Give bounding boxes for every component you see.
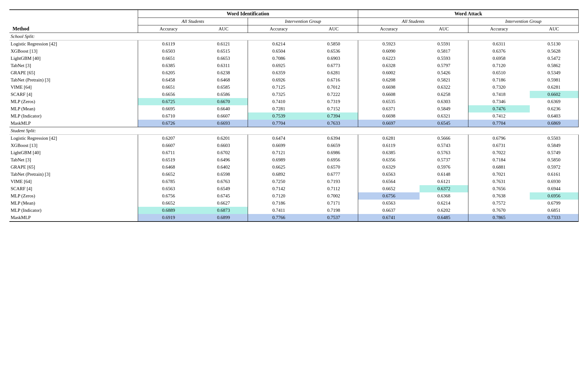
cell-wa_all_auc: 0.5763 [420, 149, 468, 156]
cell-wi_all_auc: 0.6585 [199, 84, 248, 91]
table-row: LightGBM [40]0.67110.67020.71210.69860.6… [9, 149, 579, 156]
table-row: MaskMLP0.69190.68990.77660.75370.67410.6… [9, 214, 579, 222]
method-cell: SCARF [4] [9, 91, 138, 98]
cell-wi_int_auc: 0.7152 [309, 105, 358, 112]
cell-wi_all_acc: 0.6205 [138, 69, 199, 76]
cell-wa_all_auc: 0.5976 [420, 164, 468, 171]
table-row: MLP (Indicator)0.67100.66070.75390.73940… [9, 112, 579, 120]
cell-wi_int_auc: 0.7112 [309, 185, 358, 192]
cell-wa_all_auc: 0.6202 [420, 207, 468, 214]
cell-wa_all_acc: 0.6223 [358, 55, 420, 62]
table-row: TabNet (Pretrain) [3]0.64580.64680.69260… [9, 76, 579, 84]
method-cell: XGBoost [13] [9, 142, 138, 149]
cell-wa_int_acc: 0.7656 [468, 185, 530, 192]
cell-wi_int_auc: 0.6570 [309, 164, 358, 171]
table-row: TabNet [3]0.65190.64960.69890.69560.6356… [9, 156, 579, 164]
cell-wa_int_acc: 0.7320 [468, 84, 530, 91]
cell-wa_all_auc: 0.5821 [420, 76, 468, 84]
cell-wi_all_auc: 0.6238 [199, 69, 248, 76]
cell-wi_all_acc: 0.6119 [138, 40, 199, 48]
table-row: SCARF [4]0.65630.65490.71420.71120.66520… [9, 185, 579, 192]
wi-int-acc-header: Accuracy [248, 25, 309, 33]
wi-int-auc-header: AUC [309, 25, 358, 33]
cell-wi_int_acc: 0.6699 [248, 142, 309, 149]
cell-wa_all_acc: 0.6119 [358, 142, 420, 149]
method-cell: MLP (Zeros) [9, 192, 138, 200]
cell-wi_int_auc: 0.7394 [309, 112, 358, 120]
cell-wi_int_auc: 0.6903 [309, 55, 358, 62]
cell-wa_all_acc: 0.6756 [358, 192, 420, 200]
word-identification-header: Word Identification [138, 10, 358, 18]
cell-wi_all_acc: 0.6889 [138, 207, 199, 214]
cell-wi_int_acc: 0.7142 [248, 185, 309, 192]
cell-wa_all_auc: 0.5591 [420, 40, 468, 48]
cell-wa_all_acc: 0.6208 [358, 76, 420, 84]
cell-wi_int_auc: 0.7319 [309, 98, 358, 105]
cell-wa_int_auc: 0.6161 [530, 171, 579, 178]
method-cell: GRAPE [65] [9, 69, 138, 76]
table-row: TabNet [3]0.63850.63110.69250.67730.6328… [9, 62, 579, 69]
cell-wi_int_acc: 0.6625 [248, 164, 309, 171]
cell-wi_all_acc: 0.6207 [138, 135, 199, 142]
cell-wi_int_auc: 0.7537 [309, 214, 358, 222]
cell-wa_int_auc: 0.5628 [530, 48, 579, 55]
cell-wa_all_acc: 0.6563 [358, 200, 420, 207]
cell-wa_all_auc: 0.5666 [420, 135, 468, 142]
cell-wi_all_auc: 0.6549 [199, 185, 248, 192]
cell-wa_int_acc: 0.7412 [468, 112, 530, 120]
cell-wa_all_auc: 0.5737 [420, 156, 468, 164]
cell-wa_int_acc: 0.7704 [468, 120, 530, 127]
cell-wi_all_auc: 0.6515 [199, 48, 248, 55]
wi-all-auc-header: AUC [199, 25, 248, 33]
cell-wi_all_acc: 0.6651 [138, 84, 199, 91]
cell-wi_int_auc: 0.7193 [309, 178, 358, 185]
table-row: Logistic Regression [42]0.62070.62010.64… [9, 135, 579, 142]
method-cell: Logistic Regression [42] [9, 135, 138, 142]
section-label-1: Student Split: [9, 127, 579, 135]
cell-wa_all_acc: 0.6356 [358, 156, 420, 164]
cell-wa_all_acc: 0.6329 [358, 164, 420, 171]
cell-wi_int_auc: 0.6659 [309, 142, 358, 149]
method-cell: MLP (Indicator) [9, 112, 138, 120]
cell-wa_int_auc: 0.6403 [530, 112, 579, 120]
method-cell: LightGBM [40] [9, 149, 138, 156]
cell-wi_int_acc: 0.7766 [248, 214, 309, 222]
cell-wa_int_auc: 0.5349 [530, 69, 579, 76]
method-cell: TabNet (Pretrain) [3] [9, 76, 138, 84]
table-row: GRAPE [65]0.62050.62380.63590.62810.6002… [9, 69, 579, 76]
cell-wa_all_acc: 0.6697 [358, 120, 420, 127]
cell-wi_int_auc: 0.6986 [309, 149, 358, 156]
cell-wi_int_acc: 0.7120 [248, 192, 309, 200]
cell-wa_int_acc: 0.7184 [468, 156, 530, 164]
cell-wi_all_auc: 0.6653 [199, 55, 248, 62]
cell-wi_all_acc: 0.6710 [138, 112, 199, 120]
cell-wi_int_auc: 0.6956 [309, 156, 358, 164]
cell-wa_all_auc: 0.5849 [420, 105, 468, 112]
method-cell: LightGBM [40] [9, 55, 138, 62]
cell-wi_all_acc: 0.6652 [138, 200, 199, 207]
cell-wa_all_auc: 0.5593 [420, 55, 468, 62]
cell-wi_int_acc: 0.7086 [248, 55, 309, 62]
cell-wa_int_auc: 0.6851 [530, 207, 579, 214]
cell-wi_all_acc: 0.6656 [138, 91, 199, 98]
wa-all-auc-header: AUC [420, 25, 468, 33]
cell-wi_int_auc: 0.7198 [309, 207, 358, 214]
table-row: LightGBM [40]0.66510.66530.70860.69030.6… [9, 55, 579, 62]
wa-intervention-header: Intervention Group [468, 18, 579, 25]
cell-wa_all_acc: 0.6535 [358, 98, 420, 105]
cell-wi_all_acc: 0.6756 [138, 192, 199, 200]
cell-wi_all_acc: 0.6458 [138, 76, 199, 84]
cell-wi_all_acc: 0.6385 [138, 62, 199, 69]
cell-wa_int_auc: 0.5472 [530, 55, 579, 62]
cell-wa_all_acc: 0.6698 [358, 84, 420, 91]
cell-wa_int_acc: 0.7638 [468, 192, 530, 200]
cell-wa_all_auc: 0.6545 [420, 120, 468, 127]
method-cell: VIME [64] [9, 84, 138, 91]
method-cell: MLP (Mean) [9, 200, 138, 207]
cell-wi_int_acc: 0.7125 [248, 84, 309, 91]
cell-wa_all_auc: 0.6485 [420, 214, 468, 222]
cell-wa_all_acc: 0.6090 [358, 48, 420, 55]
cell-wi_int_acc: 0.7539 [248, 112, 309, 120]
table-row: TabNet (Pretrain) [3]0.66520.65980.68920… [9, 171, 579, 178]
cell-wi_all_auc: 0.6745 [199, 192, 248, 200]
